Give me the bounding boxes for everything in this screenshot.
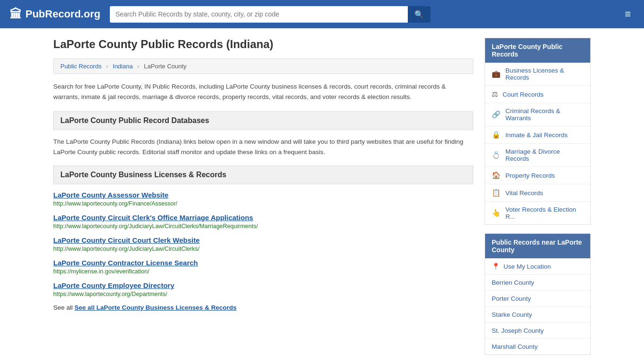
nearby-county-berrien[interactable]: Berrien County xyxy=(485,275,590,291)
sidebar-item-label-7: Voter Records & Election R... xyxy=(505,206,584,220)
sidebar-item-business-licenses[interactable]: 💼 Business Licenses & Records xyxy=(485,63,590,86)
nearby-county-porter[interactable]: Porter County xyxy=(485,291,590,307)
record-url-0: http://www.laportecounty.org/Finance/Ass… xyxy=(53,200,473,207)
record-url-1: http://www.laportecounty.org/JudiciaryLa… xyxy=(53,223,473,230)
search-icon: 🔍 xyxy=(414,10,424,18)
record-link-1[interactable]: LaPorte County Circuit Clerk's Office Ma… xyxy=(53,214,473,222)
sidebar-item-label-4: Marriage & Divorce Records xyxy=(505,148,584,162)
breadcrumb-sep-2: › xyxy=(137,63,139,70)
breadcrumb-public-records[interactable]: Public Records xyxy=(60,63,101,70)
logo-text: PubRecord.org xyxy=(25,8,100,20)
search-container: 🔍 xyxy=(110,6,430,23)
ring-icon: 💍 xyxy=(492,151,501,159)
site-header: 🏛 PubRecord.org 🔍 ≡ xyxy=(0,0,644,28)
sidebar-item-label-5: Property Records xyxy=(505,172,555,179)
record-link-2[interactable]: LaPorte County Circuit Court Clerk Websi… xyxy=(53,236,473,244)
record-item-4: LaPorte County Employee Directory https:… xyxy=(53,281,473,297)
scales-icon: ⚖ xyxy=(492,90,498,99)
nearby-county-stjoseph[interactable]: St. Joseph County xyxy=(485,323,590,339)
record-item-0: LaPorte County Assessor Website http://w… xyxy=(53,191,473,207)
location-pin-icon: 📍 xyxy=(492,263,500,270)
sidebar-item-label-3: Inmate & Jail Records xyxy=(505,132,568,139)
sidebar-records-box: LaPorte County Public Records 💼 Business… xyxy=(485,38,591,225)
record-link-3[interactable]: LaPorte County Contractor License Search xyxy=(53,259,473,267)
menu-button[interactable]: ≡ xyxy=(621,6,635,22)
breadcrumb: Public Records › Indiana › LaPorte Count… xyxy=(53,58,473,74)
house-icon: 🏠 xyxy=(492,171,501,180)
record-item-1: LaPorte County Circuit Clerk's Office Ma… xyxy=(53,214,473,230)
record-link-0[interactable]: LaPorte County Assessor Website xyxy=(53,191,473,199)
sidebar: LaPorte County Public Records 💼 Business… xyxy=(485,38,591,362)
nearby-box-header: Public Records near LaPorte County xyxy=(485,234,590,258)
record-item-2: LaPorte County Circuit Court Clerk Websi… xyxy=(53,236,473,252)
nearby-county-marshall[interactable]: Marshall County xyxy=(485,339,590,354)
breadcrumb-sep-1: › xyxy=(106,63,108,70)
logo-icon: 🏛 xyxy=(9,7,22,22)
breadcrumb-indiana[interactable]: Indiana xyxy=(113,63,133,70)
site-logo[interactable]: 🏛 PubRecord.org xyxy=(9,7,100,22)
sidebar-item-vital-records[interactable]: 📋 Vital Records xyxy=(485,184,590,202)
search-input[interactable] xyxy=(110,6,408,23)
record-url-3: https://mylicense.in.gov/everification/ xyxy=(53,268,473,275)
sidebar-records-header: LaPorte County Public Records xyxy=(485,38,590,63)
search-button[interactable]: 🔍 xyxy=(408,6,430,23)
record-url-2: http://www.laportecounty.org/JudiciaryLa… xyxy=(53,246,473,252)
intro-text: Search for free LaPorte County, IN Publi… xyxy=(53,82,473,102)
sidebar-item-property-records[interactable]: 🏠 Property Records xyxy=(485,167,590,184)
briefcase-icon: 💼 xyxy=(492,70,501,78)
sidebar-item-label-6: Vital Records xyxy=(505,189,543,197)
sidebar-item-marriage-records[interactable]: 💍 Marriage & Divorce Records xyxy=(485,144,590,167)
record-link-4[interactable]: LaPorte County Employee Directory xyxy=(53,281,473,289)
sidebar-item-label-1: Court Records xyxy=(503,91,544,98)
sidebar-item-label-2: Criminal Records & Warrants xyxy=(505,107,584,122)
lock-icon: 🔒 xyxy=(492,131,501,139)
databases-description: The LaPorte County Public Records (India… xyxy=(53,137,473,157)
thumbs-icon: 👆 xyxy=(492,209,501,217)
record-url-4: https://www.laportecounty.org/Department… xyxy=(53,291,473,297)
sidebar-item-court-records[interactable]: ⚖ Court Records xyxy=(485,86,590,103)
content-area: LaPorte County Public Records (Indiana) … xyxy=(53,38,473,362)
sidebar-item-inmate-records[interactable]: 🔒 Inmate & Jail Records xyxy=(485,126,590,144)
page-title: LaPorte County Public Records (Indiana) xyxy=(53,38,473,51)
use-location-label: Use My Location xyxy=(504,263,551,270)
link-icon: 🔗 xyxy=(492,110,501,119)
see-all-link[interactable]: See all LaPorte County Business Licenses… xyxy=(74,304,237,311)
use-my-location[interactable]: 📍 Use My Location xyxy=(485,258,590,275)
nearby-county-starke[interactable]: Starke County xyxy=(485,307,590,323)
clipboard-icon: 📋 xyxy=(492,189,501,197)
sidebar-item-voter-records[interactable]: 👆 Voter Records & Election R... xyxy=(485,202,590,224)
see-all-text: See all See all LaPorte County Business … xyxy=(53,304,473,311)
main-container: LaPorte County Public Records (Indiana) … xyxy=(44,28,600,362)
sidebar-nearby-box: Public Records near LaPorte County 📍 Use… xyxy=(485,233,591,355)
sidebar-item-criminal-records[interactable]: 🔗 Criminal Records & Warrants xyxy=(485,103,590,126)
breadcrumb-current: LaPorte County xyxy=(144,63,186,70)
business-section-header: LaPorte County Business Licenses & Recor… xyxy=(53,165,473,184)
databases-section-header: LaPorte County Public Record Databases xyxy=(53,111,473,130)
sidebar-item-label-0: Business Licenses & Records xyxy=(505,67,584,81)
record-item-3: LaPorte County Contractor License Search… xyxy=(53,259,473,275)
